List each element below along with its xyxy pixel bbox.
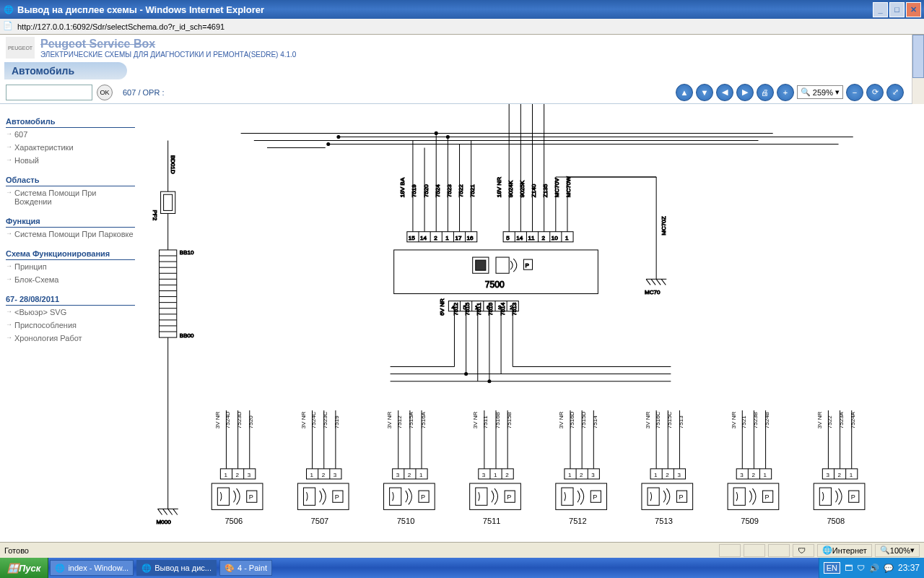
svg-text:PF2: PF2: [152, 210, 158, 220]
svg-text:7524: 7524: [435, 184, 441, 197]
svg-point-93: [446, 135, 449, 138]
side-link-tools[interactable]: Приспособления: [6, 319, 135, 332]
svg-text:2: 2: [505, 472, 509, 478]
svg-text:1: 1: [419, 472, 423, 478]
taskbar-item-index[interactable]: 🌐 index - Window...: [50, 560, 134, 576]
start-button[interactable]: 🪟 Пуск: [0, 558, 48, 578]
svg-rect-190: [476, 488, 487, 505]
svg-text:7515D: 7515D: [580, 411, 587, 428]
svg-text:15: 15: [409, 235, 415, 241]
svg-text:7523D: 7523D: [236, 411, 243, 428]
svg-text:3: 3: [677, 472, 681, 478]
lang-indicator[interactable]: EN: [824, 562, 840, 574]
svg-text:1: 1: [224, 472, 227, 478]
svg-text:7516: 7516: [487, 302, 494, 315]
svg-text:3V  NR: 3V NR: [386, 411, 393, 428]
wiring-diagram[interactable]: PF2 BB10 BB00 BD01D M000 P 7500 15 14 2: [141, 104, 924, 542]
clock[interactable]: 23:37: [898, 563, 920, 573]
svg-text:P: P: [593, 493, 597, 501]
close-button[interactable]: ✕: [906, 2, 921, 17]
taskbar-item-schema[interactable]: 🌐 Вывод на дис...: [136, 560, 217, 576]
svg-text:7512: 7512: [569, 517, 587, 525]
svg-line-98: [646, 279, 650, 285]
svg-text:2: 2: [666, 472, 669, 478]
svg-rect-31: [496, 257, 509, 273]
svg-text:2: 2: [580, 472, 583, 478]
svg-text:P: P: [851, 493, 855, 501]
svg-text:7511: 7511: [482, 415, 489, 428]
side-group-date: 67- 28/08/2011: [6, 293, 135, 306]
svg-text:P: P: [765, 493, 770, 501]
side-link-parking-assist[interactable]: Система Помощи При Парковке: [6, 228, 135, 241]
svg-text:1: 1: [568, 472, 572, 478]
svg-text:2: 2: [236, 472, 240, 478]
svg-text:7514: 7514: [500, 302, 506, 315]
svg-text:2: 2: [838, 472, 842, 478]
print-button[interactable]: 🖨: [757, 84, 774, 101]
svg-text:7523: 7523: [446, 184, 453, 197]
nav-down-button[interactable]: ▼: [696, 84, 713, 101]
svg-text:7516C: 7516C: [655, 411, 661, 428]
svg-text:7509: 7509: [741, 517, 759, 525]
zoom-select[interactable]: 🔍259%▾: [797, 85, 843, 99]
side-link-block[interactable]: Блок-Схема: [6, 273, 135, 286]
address-bar: 📄 http://127.0.0.1:6092/Sdr/selectSchema…: [0, 19, 924, 35]
nav-up-button[interactable]: ▲: [676, 84, 693, 101]
svg-text:Z135: Z135: [542, 184, 549, 197]
side-group-auto: Автомобиль: [6, 116, 135, 128]
nav-left-button[interactable]: ◀: [716, 84, 733, 101]
tray-icon[interactable]: 🔊: [869, 564, 879, 573]
minimize-button[interactable]: _: [873, 2, 888, 17]
status-zoom[interactable]: 🔍 100% ▾: [875, 544, 920, 557]
fullscreen-button[interactable]: ⤢: [886, 84, 904, 101]
side-link-specs[interactable]: Характеристики: [6, 141, 135, 154]
svg-text:3V  NR: 3V NR: [472, 411, 479, 428]
svg-line-26: [173, 509, 178, 514]
status-cell: [744, 544, 765, 557]
svg-text:7519: 7519: [411, 184, 417, 197]
refresh-button[interactable]: ⟳: [866, 84, 884, 101]
svg-text:P: P: [507, 493, 511, 501]
svg-text:MC70Z: MC70Z: [661, 216, 667, 236]
svg-text:3V  NR: 3V NR: [214, 411, 221, 428]
tray-icon[interactable]: 🛡: [857, 564, 865, 572]
side-link-new[interactable]: Новый: [6, 154, 135, 167]
url-text[interactable]: http://127.0.0.1:6092/Sdr/selectSchema.d…: [17, 22, 921, 31]
svg-text:1: 1: [764, 472, 767, 478]
svg-text:1: 1: [565, 235, 569, 241]
svg-text:3V  NR: 3V NR: [645, 411, 651, 428]
svg-text:Z140: Z140: [531, 184, 537, 197]
svg-text:7522: 7522: [458, 184, 464, 197]
svg-text:MC70: MC70: [645, 289, 661, 296]
taskbar-item-paint[interactable]: 🎨 4 - Paint: [219, 560, 272, 576]
svg-rect-2: [164, 194, 173, 210]
status-cell: [719, 544, 741, 557]
peugeot-logo: PEUGEOT: [6, 37, 35, 59]
tray-icon[interactable]: 🗔: [845, 564, 853, 572]
zoom-in-button[interactable]: +: [777, 84, 794, 101]
svg-text:7508: 7508: [827, 517, 845, 525]
tray-icon[interactable]: 💬: [884, 564, 894, 573]
ok-button[interactable]: OK: [97, 85, 113, 100]
side-link-viewer[interactable]: <Вьюэр> SVG: [6, 306, 135, 319]
svg-text:2: 2: [322, 472, 326, 478]
search-input[interactable]: [6, 85, 92, 100]
maximize-button[interactable]: □: [889, 2, 905, 17]
zoom-out-button[interactable]: −: [846, 84, 863, 101]
svg-text:7506: 7506: [225, 517, 243, 525]
svg-text:7513: 7513: [511, 302, 518, 315]
system-tray[interactable]: EN 🗔 🛡 🔊 💬 23:37: [819, 558, 924, 578]
svg-rect-244: [733, 488, 745, 505]
svg-text:7523A: 7523A: [838, 411, 845, 428]
nav-right-button[interactable]: ▶: [736, 84, 754, 101]
svg-text:7515C: 7515C: [666, 411, 673, 428]
svg-rect-262: [819, 488, 831, 505]
side-link-607[interactable]: 607: [6, 128, 135, 141]
svg-text:1: 1: [850, 472, 853, 478]
svg-text:5: 5: [506, 235, 510, 241]
side-link-principle[interactable]: Принцип: [6, 260, 135, 273]
side-link-driving-assist[interactable]: Система Помощи При Вождении: [6, 186, 135, 208]
svg-rect-226: [648, 488, 659, 505]
svg-text:7516A: 7516A: [420, 411, 427, 428]
side-link-history[interactable]: Хронология Работ: [6, 332, 135, 345]
